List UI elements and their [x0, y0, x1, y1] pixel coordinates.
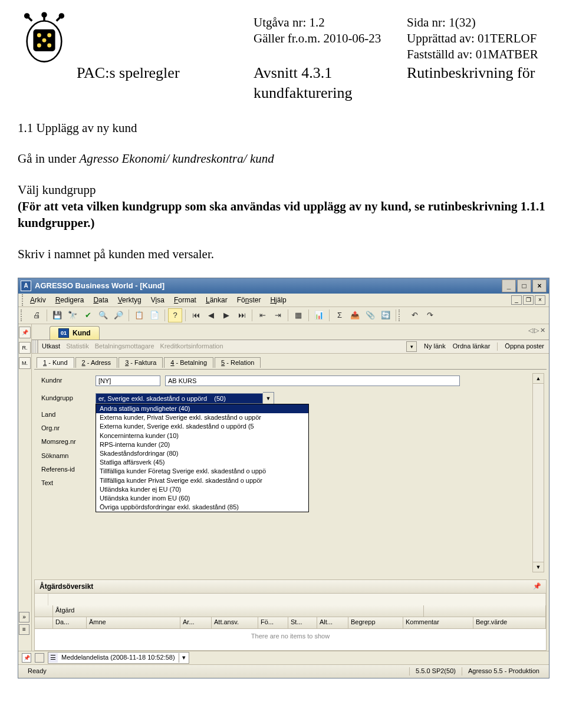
mdi-restore[interactable]: ❐ [523, 295, 534, 305]
link-oppna[interactable]: Öppna poster [505, 342, 544, 350]
minimize-button[interactable]: _ [502, 279, 516, 292]
link-nylank[interactable]: Ny länk [424, 342, 446, 350]
paste-icon[interactable]: 📄 [147, 308, 162, 322]
prev-icon[interactable]: ◀ [204, 308, 218, 322]
binoculars-icon[interactable]: 🔭 [65, 308, 80, 322]
panel-pin-icon[interactable]: 📌 [533, 582, 541, 590]
menu-lankar[interactable]: Länkar [206, 296, 228, 304]
indent-left-icon[interactable]: ⇤ [255, 308, 269, 322]
pin-icon[interactable]: 📌 [19, 327, 31, 338]
kundgrupp-dropdown[interactable]: Andra statliga myndigheter (40) Externa … [96, 404, 309, 512]
input-kundnr[interactable] [96, 375, 160, 386]
zoom-in-icon[interactable]: 🔎 [111, 308, 126, 322]
menu-redigera[interactable]: Redigera [55, 296, 84, 304]
print-icon[interactable]: 🖨 [29, 308, 44, 322]
col-ar[interactable]: Ar... [180, 617, 212, 629]
mdi-minimize[interactable]: _ [511, 295, 522, 305]
close-button[interactable]: × [532, 279, 547, 292]
dropdown-item[interactable]: Statliga affärsverk (45) [96, 458, 308, 467]
copy-icon[interactable]: 📋 [132, 308, 146, 322]
col-fo[interactable]: Fö... [258, 617, 288, 629]
col-kommentar[interactable]: Kommentar [403, 617, 473, 629]
col-begrepp[interactable]: Begrepp [348, 617, 403, 629]
export-icon[interactable]: 📤 [348, 308, 362, 322]
col-begrvarde[interactable]: Begr.värde [473, 617, 546, 629]
tab-nav-right[interactable]: ▷ [534, 327, 539, 334]
gutter-r[interactable]: R. [19, 342, 31, 354]
sigma-icon[interactable]: Σ [333, 308, 347, 322]
dropdown-item[interactable]: Skadeståndsfordringar (80) [96, 449, 308, 458]
input-kundnamn[interactable] [165, 375, 460, 386]
dropdown-item[interactable]: Andra statliga myndigheter (40) [96, 404, 308, 413]
search-icon[interactable]: 🔍 [96, 308, 110, 322]
doc-tab-kund[interactable]: 01 Kund [50, 326, 100, 340]
tab-relation[interactable]: 5 - Relation [215, 357, 261, 368]
dropdown-item[interactable]: Externa kunder, Privat Sverige exkl. ska… [96, 413, 308, 422]
dropdown-item[interactable]: Koncerninterna kunder (10) [96, 431, 308, 440]
tab-kund[interactable]: 1 - Kund [37, 357, 74, 368]
menu-fonster[interactable]: Fönster [237, 296, 261, 304]
combo-kundgrupp[interactable] [96, 393, 263, 404]
first-icon[interactable]: ⏮ [189, 308, 203, 322]
redo-icon[interactable]: ↷ [423, 308, 437, 322]
refresh-icon[interactable]: 🔄 [379, 308, 393, 322]
row-selector[interactable] [35, 605, 53, 617]
message-combo[interactable]: ☰ Meddelandelista (2008-11-18 10:52:58) … [48, 652, 189, 664]
attach-icon[interactable]: 📎 [363, 308, 377, 322]
grid-icon[interactable]: ▦ [291, 308, 305, 322]
col-attansv[interactable]: Att.ansv. [212, 617, 258, 629]
sidebar-expand-icon[interactable]: » [19, 612, 29, 622]
menubar-grip[interactable] [22, 294, 27, 306]
col-st[interactable]: St... [288, 617, 317, 629]
menu-verktyg[interactable]: Verktyg [118, 296, 142, 304]
menu-arkiv[interactable]: Arkiv [30, 296, 46, 304]
menu-hjalp[interactable]: Hjälp [270, 296, 286, 304]
titlebar[interactable]: A AGRESSO Business World - [Kund] _ □ × [18, 278, 549, 294]
form-scrollbar[interactable]: ▲ ▼ [532, 373, 544, 572]
dropdown-item[interactable]: Utländska kunder ej EU (70) [96, 485, 308, 494]
last-icon[interactable]: ⏭ [235, 308, 249, 322]
scroll-down-icon[interactable]: ▼ [533, 562, 544, 572]
msg-pin-icon[interactable]: 📌 [22, 653, 31, 663]
message-combo-button[interactable]: ▾ [179, 653, 189, 663]
tab-nav-left[interactable]: ◁ [528, 327, 533, 334]
tab-nav-close[interactable]: ✕ [540, 327, 545, 334]
save-icon[interactable]: 💾 [50, 308, 64, 322]
chart-icon[interactable]: 📊 [312, 308, 326, 322]
row-selector[interactable] [35, 617, 53, 629]
col-spare[interactable] [424, 605, 546, 617]
link-utkast[interactable]: Utkast [42, 342, 60, 350]
maximize-button[interactable]: □ [517, 279, 531, 292]
tab-betalning[interactable]: 4 - Betalning [164, 357, 213, 368]
tab-adress[interactable]: 2 - Adress [75, 357, 118, 368]
toolbar-grip-2[interactable] [399, 309, 403, 321]
mdi-close[interactable]: × [535, 295, 545, 305]
tab-faktura[interactable]: 3 - Faktura [119, 357, 163, 368]
undo-icon[interactable]: ↶ [407, 308, 422, 322]
menu-visa[interactable]: Visa [151, 296, 164, 304]
gutter-m[interactable]: M. [19, 357, 31, 369]
indent-right-icon[interactable]: ⇥ [271, 308, 285, 322]
check-icon[interactable]: ✔ [81, 308, 95, 322]
dropdown-item[interactable]: Tillfälliga kunder Företag Sverige exkl.… [96, 467, 308, 476]
next-icon[interactable]: ▶ [219, 308, 233, 322]
scroll-up-icon[interactable]: ▲ [533, 374, 544, 384]
dropdown-item[interactable]: Externa kunder, Sverige exkl. skadestånd… [96, 422, 308, 431]
help-icon[interactable]: ? [168, 308, 182, 322]
link-ordna[interactable]: Ordna länkar [453, 342, 491, 350]
linkbar-dropdown[interactable]: ▾ [406, 341, 417, 352]
panel-atgard-title[interactable]: Åtgärdsöversikt 📌 [34, 579, 547, 594]
dropdown-item[interactable]: Utländska kunder inom EU (60) [96, 494, 308, 503]
dropdown-item[interactable]: Tillfälliga kunder Privat Sverige exkl. … [96, 476, 308, 485]
combo-kundgrupp-button[interactable]: ▼ [263, 392, 274, 405]
sidebar-list-icon[interactable]: ≡ [19, 624, 29, 635]
col-alt[interactable]: Alt... [317, 617, 348, 629]
menu-data[interactable]: Data [93, 296, 108, 304]
menu-format[interactable]: Format [174, 296, 196, 304]
msg-box-icon[interactable] [35, 653, 44, 663]
linkbar-grip[interactable] [32, 340, 38, 353]
col-atgard[interactable]: Åtgärd [53, 605, 424, 617]
col-amne[interactable]: Ämne [87, 617, 180, 629]
dropdown-item[interactable]: RPS-interna kunder (20) [96, 440, 308, 449]
dropdown-item[interactable]: Övriga uppbördsfordringar exkl. skadestå… [96, 503, 308, 512]
